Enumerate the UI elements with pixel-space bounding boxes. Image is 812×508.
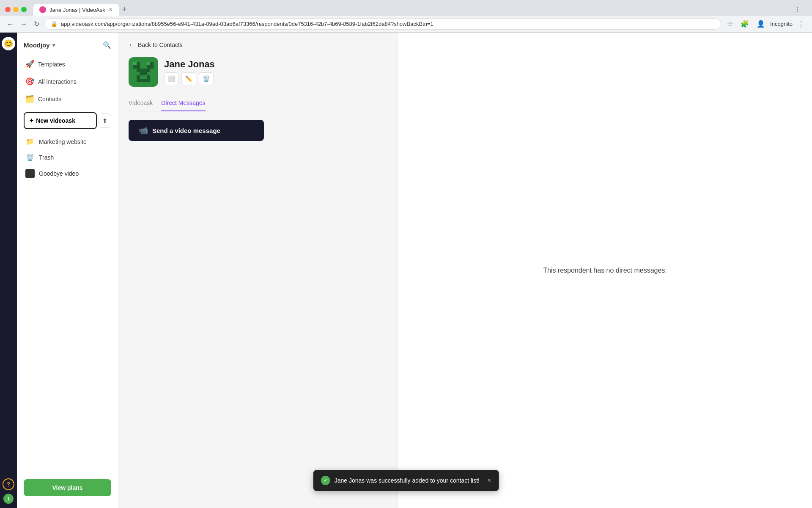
sidebar-item-templates[interactable]: 🚀 Templates [20,56,115,72]
contact-header: Jane Jonas ⬜ ✏️ 🗑️ [129,57,387,87]
toolbar-actions: ☆ 🧩 👤 Incognito ⋮ [724,18,807,30]
tab-videoask[interactable]: Videoask [129,95,153,111]
brand-dropdown-icon: ▾ [52,42,55,48]
tab-direct-messages[interactable]: Direct Messages [161,95,205,111]
bookmark-button[interactable]: ☆ [724,18,735,30]
reload-button[interactable]: ↻ [32,18,41,30]
svg-rect-5 [137,75,140,82]
tab-close-button[interactable]: ✕ [109,7,113,13]
sidebar-item-goodbye-video[interactable]: Goodbye video ⋯ [20,166,115,182]
sidebar-folders: 📁 Marketing website ⋯ 🗑️ Trash Goodbye v… [17,131,118,186]
url-text: app.videoask.com/app/organizations/8b955… [61,21,715,27]
browser-tabs: Jane Jonas | VideoAsk ✕ + [33,3,130,16]
contacts-icon: 🗂️ [25,94,34,103]
help-button[interactable]: ? [3,478,14,490]
notifications-badge[interactable]: 1 [3,494,14,504]
no-messages-text: This respondent has no direct messages. [543,267,667,274]
tab-title: Jane Jonas | VideoAsk [49,7,105,13]
right-panel: This respondent has no direct messages. [398,33,812,508]
sidebar-item-contacts[interactable]: 🗂️ Contacts [20,91,115,107]
contact-delete-button[interactable]: 🗑️ [199,72,214,85]
back-to-contacts-link[interactable]: ← Back to Contacts [129,41,387,49]
sidebar-item-trash[interactable]: 🗑️ Trash [20,150,115,165]
active-tab[interactable]: Jane Jonas | VideoAsk ✕ [33,4,119,16]
contact-name: Jane Jonas [164,59,215,70]
new-videoask-label: New videoask [36,117,75,124]
brand-name[interactable]: Moodjoy ▾ [24,41,55,49]
sidebar-footer: View plans [17,472,118,503]
sidebar-search-button[interactable]: 🔍 [103,41,111,49]
toast-check-icon: ✓ [321,476,330,485]
sidebar-item-marketing-website[interactable]: 📁 Marketing website ⋯ [20,134,115,149]
sidebar-nav: 🚀 Templates 🎯 All interactions 🗂️ Contac… [17,56,118,108]
toast-notification: ✓ Jane Jonas was successfully added to y… [313,470,499,491]
contact-tabs: Videoask Direct Messages [129,95,387,111]
tab-direct-messages-label: Direct Messages [161,99,205,106]
svg-rect-7 [140,79,147,82]
address-bar[interactable]: 🔒 app.videoask.com/app/organizations/8b9… [44,18,721,30]
extensions-button[interactable]: 🧩 [738,18,752,30]
browser-chrome: Jane Jonas | VideoAsk ✕ + ⋮ ← → ↻ 🔒 app.… [0,0,812,33]
view-plans-button[interactable]: View plans [24,479,111,496]
new-tab-button[interactable]: + [119,3,130,16]
close-window-button[interactable] [5,7,11,12]
app-logo: 😊 [2,37,15,50]
folder-icon: 📁 [25,138,35,146]
plus-icon: + [30,117,33,124]
contact-avatar [129,57,158,87]
main-content: ← Back to Contacts [118,33,812,508]
tab-favicon [39,6,46,13]
sidebar-item-marketing-website-label: Marketing website [39,138,87,145]
traffic-lights [5,7,27,12]
trash-icon: 🗑️ [25,153,35,161]
svg-rect-9 [147,62,150,65]
maximize-window-button[interactable] [21,7,27,12]
sidebar-item-all-interactions[interactable]: 🎯 All interactions [20,73,115,90]
contact-edit-button[interactable]: ✏️ [181,72,196,85]
chrome-menu-button[interactable]: ⋮ [795,18,807,30]
sidebar-item-all-interactions-label: All interactions [38,78,77,85]
svg-rect-6 [147,75,150,82]
incognito-label: Incognito [770,21,793,27]
sidebar-item-contacts-label: Contacts [38,96,61,102]
contact-info: Jane Jonas ⬜ ✏️ 🗑️ [164,59,215,85]
back-to-contacts-label: Back to Contacts [138,41,183,48]
templates-icon: 🚀 [25,60,34,69]
all-interactions-icon: 🎯 [25,77,34,86]
browser-menu-button[interactable]: ⋮ [792,4,804,15]
toast-message: Jane Jonas was successfully added to you… [335,477,480,484]
sidebar: Moodjoy ▾ 🔍 🚀 Templates 🎯 All interactio… [17,33,118,508]
left-rail: 😊 ? 1 [0,33,17,508]
contact-actions: ⬜ ✏️ 🗑️ [164,72,215,85]
contact-panel: ← Back to Contacts [118,33,398,508]
profile-button[interactable]: 👤 [754,18,768,30]
video-thumbnail-icon [25,169,35,178]
back-button[interactable]: ← [5,19,15,30]
svg-rect-3 [137,69,150,72]
sidebar-header: Moodjoy ▾ 🔍 [17,38,118,56]
toast-close-button[interactable]: × [487,477,491,484]
tab-videoask-label: Videoask [129,99,153,106]
sidebar-item-trash-label: Trash [39,154,54,161]
video-camera-icon: 📹 [139,126,148,135]
sidebar-item-goodbye-video-label: Goodbye video [39,170,79,177]
send-video-message-button[interactable]: 📹 Send a video message [129,120,264,141]
toast-container: ✓ Jane Jonas was successfully added to y… [313,470,499,491]
svg-rect-8 [133,62,137,65]
app-container: 😊 ? 1 Moodjoy ▾ 🔍 🚀 Templates 🎯 All inte… [0,33,812,508]
import-button[interactable]: ⬆ [99,113,111,128]
new-videoask-button[interactable]: + New videoask [24,112,97,129]
back-arrow-icon: ← [129,41,135,49]
contact-copy-button[interactable]: ⬜ [164,72,179,85]
svg-rect-4 [140,72,147,75]
send-video-label: Send a video message [152,127,220,134]
sidebar-item-templates-label: Templates [38,61,65,68]
browser-toolbar: ← → ↻ 🔒 app.videoask.com/app/organizatio… [0,16,812,33]
forward-button[interactable]: → [19,19,29,30]
minimize-window-button[interactable] [13,7,19,12]
